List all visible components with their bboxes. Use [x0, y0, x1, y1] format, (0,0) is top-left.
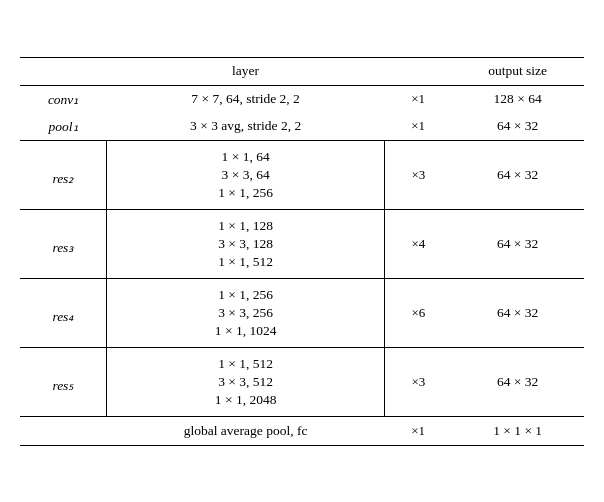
row-layer-desc: 1 × 1, 256: [106, 278, 385, 304]
row-layer-desc: 7 × 7, 64, stride 2, 2: [106, 85, 385, 113]
row-layer-desc: 1 × 1, 2048: [106, 391, 385, 417]
row-layer-name: pool₁: [20, 113, 106, 141]
row-output-size: [451, 253, 584, 279]
row-layer-desc: 3 × 3, 128: [106, 235, 385, 253]
header-output: output size: [451, 57, 584, 85]
row-repeat: ×1: [385, 113, 451, 141]
row-repeat: [385, 347, 451, 373]
row-output-size: 64 × 32: [451, 166, 584, 184]
row-output-size: [451, 278, 584, 304]
row-output-size: 64 × 32: [451, 113, 584, 141]
row-repeat: ×3: [385, 166, 451, 184]
row-repeat: ×1: [385, 416, 451, 445]
row-output-size: 64 × 32: [451, 235, 584, 253]
row-layer-name: conv₁: [20, 85, 106, 113]
row-layer-desc: 3 × 3 avg, stride 2, 2: [106, 113, 385, 141]
table-row: res₄1 × 1, 256: [20, 278, 584, 304]
table-row: res₅1 × 1, 512: [20, 347, 584, 373]
table-row: res₂1 × 1, 64: [20, 140, 584, 166]
row-output-size: [451, 347, 584, 373]
header-layer: layer: [106, 57, 385, 85]
row-repeat: [385, 209, 451, 235]
row-layer-desc: global average pool, fc: [106, 416, 385, 445]
row-layer-name: res₅: [20, 347, 106, 416]
row-layer-desc: 1 × 1, 512: [106, 347, 385, 373]
table-container: layer output size conv₁7 × 7, 64, stride…: [20, 57, 584, 446]
row-repeat: [385, 322, 451, 348]
header-name: [20, 57, 106, 85]
row-layer-desc: 1 × 1, 64: [106, 140, 385, 166]
row-repeat: [385, 278, 451, 304]
row-output-size: [451, 184, 584, 210]
row-layer-desc: 3 × 3, 64: [106, 166, 385, 184]
row-output-size: 64 × 32: [451, 373, 584, 391]
table-row: res₃1 × 1, 128: [20, 209, 584, 235]
table-row: conv₁7 × 7, 64, stride 2, 2×1128 × 64: [20, 85, 584, 113]
row-layer-desc: 1 × 1, 1024: [106, 322, 385, 348]
row-repeat: [385, 140, 451, 166]
row-output-size: 64 × 32: [451, 304, 584, 322]
row-repeat: [385, 253, 451, 279]
row-layer-name: [20, 416, 106, 445]
row-repeat: ×6: [385, 304, 451, 322]
row-layer-name: res₄: [20, 278, 106, 347]
table-row-final: global average pool, fc×11 × 1 × 1: [20, 416, 584, 445]
row-repeat: ×1: [385, 85, 451, 113]
row-layer-desc: 3 × 3, 512: [106, 373, 385, 391]
row-output-size: [451, 209, 584, 235]
architecture-table: layer output size conv₁7 × 7, 64, stride…: [20, 57, 584, 446]
row-output-size: [451, 391, 584, 417]
row-layer-name: res₃: [20, 209, 106, 278]
row-output-size: [451, 322, 584, 348]
row-layer-desc: 1 × 1, 256: [106, 184, 385, 210]
row-repeat: ×4: [385, 235, 451, 253]
row-output-size: [451, 140, 584, 166]
table-row: pool₁3 × 3 avg, stride 2, 2×164 × 32: [20, 113, 584, 141]
row-repeat: [385, 184, 451, 210]
row-output-size: 128 × 64: [451, 85, 584, 113]
row-layer-desc: 3 × 3, 256: [106, 304, 385, 322]
row-layer-desc: 1 × 1, 512: [106, 253, 385, 279]
row-layer-name: res₂: [20, 140, 106, 209]
row-repeat: ×3: [385, 373, 451, 391]
row-layer-desc: 1 × 1, 128: [106, 209, 385, 235]
row-repeat: [385, 391, 451, 417]
row-output-size: 1 × 1 × 1: [451, 416, 584, 445]
header-repeat: [385, 57, 451, 85]
